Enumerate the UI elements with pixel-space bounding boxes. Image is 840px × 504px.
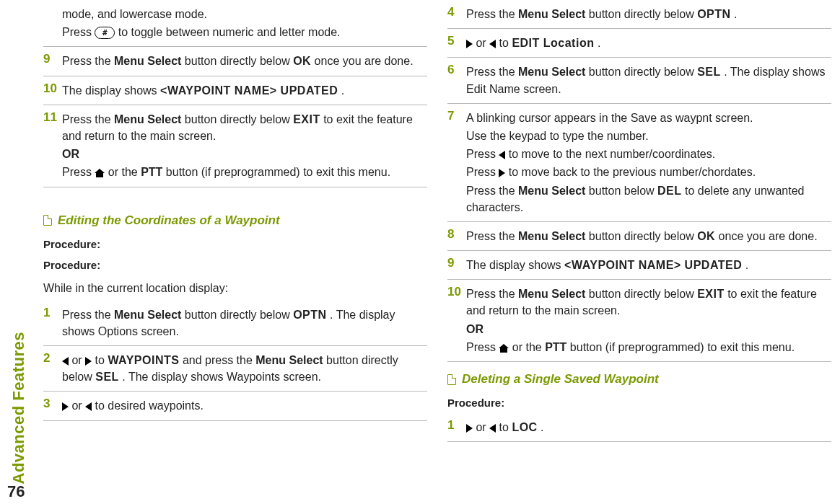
- heading-text: Deleting a Single Saved Waypoint: [462, 372, 659, 386]
- section-heading-edit-coords: Editing the Coordinates of a Waypoint: [43, 213, 427, 228]
- procedure-label: Procedure:: [43, 259, 427, 271]
- step-body: Press the Menu Select button directly be…: [466, 62, 831, 98]
- step-10: 10 The display shows <WAYPOINT NAME> UPD…: [43, 76, 427, 105]
- text-bold: Menu Select: [518, 8, 585, 20]
- text: .: [745, 259, 748, 271]
- home-icon: [499, 344, 509, 353]
- text: button below: [589, 185, 657, 197]
- step-num: 7: [447, 108, 466, 217]
- arrow-right-icon: [466, 40, 473, 48]
- text: to desired waypoints.: [95, 399, 204, 412]
- text: to move to the next number/coordinates.: [509, 148, 715, 160]
- home-icon: [95, 169, 105, 177]
- step-body: A blinking cursor appears in the Save as…: [466, 108, 831, 217]
- text: Press: [62, 166, 95, 178]
- text: button (if preprogrammed) to exit this m…: [570, 341, 795, 353]
- step-body: Press the Menu Select button directly be…: [62, 305, 427, 341]
- step-pre: mode, and lowercase mode. Press # to tog…: [43, 0, 427, 46]
- text: button (if preprogrammed) to exit this m…: [166, 166, 390, 178]
- step-num: 1: [43, 305, 62, 341]
- text-bold: Menu Select: [518, 288, 585, 300]
- step-num: 10: [43, 81, 62, 100]
- text: Press the: [62, 113, 114, 125]
- display-text: EXIT: [697, 288, 725, 300]
- step-num: 8: [447, 226, 466, 246]
- section-heading-delete-waypoint: Deleting a Single Saved Waypoint: [447, 372, 831, 386]
- text: and press the: [183, 354, 255, 366]
- text: .: [541, 421, 543, 433]
- arrow-right-icon: [499, 169, 505, 177]
- text: . The display shows Waypoints screen.: [122, 371, 321, 383]
- step-body: Press the Menu Select button directly be…: [62, 51, 427, 71]
- edit-step-4: 4 Press the Menu Select button directly …: [447, 0, 831, 28]
- text: or: [476, 37, 489, 49]
- text: The display shows: [62, 84, 160, 97]
- display-text: OPTN: [697, 8, 730, 20]
- procedure-label: Procedure:: [43, 238, 427, 250]
- edit-step-6: 6 Press the Menu Select button directly …: [447, 57, 831, 102]
- step-num: 9: [43, 51, 62, 71]
- step-num: 10: [447, 284, 466, 357]
- text: A blinking cursor appears in the Save as…: [466, 112, 753, 124]
- arrow-left-icon: [489, 40, 496, 48]
- text: button directly below: [185, 113, 293, 125]
- step-num: 9: [447, 255, 466, 275]
- step-num: 3: [43, 396, 62, 415]
- arrow-left-icon: [62, 357, 69, 366]
- step-num: 2: [43, 350, 62, 386]
- display-text: OPTN: [293, 309, 326, 321]
- arrow-left-icon: [85, 402, 92, 411]
- step-body: Press the Menu Select button directly be…: [466, 226, 831, 246]
- text: button directly below: [589, 288, 697, 300]
- text: Press: [466, 166, 499, 178]
- step-num: 5: [447, 33, 466, 53]
- text-bold: Menu Select: [114, 309, 181, 321]
- arrow-left-icon: [489, 424, 496, 433]
- text: The display shows: [466, 259, 564, 271]
- step-body: Press the Menu Select button directly be…: [62, 110, 427, 182]
- text: Press the: [466, 8, 518, 20]
- display-text: EDIT Location: [512, 37, 594, 49]
- text: Press: [466, 148, 499, 160]
- edit-step-3: 3 or to desired waypoints.: [43, 391, 427, 420]
- text: or: [71, 354, 85, 366]
- text: .: [598, 37, 600, 49]
- text: Press the: [466, 185, 518, 197]
- step-body: mode, and lowercase mode. Press # to tog…: [62, 4, 427, 42]
- text: or: [476, 421, 489, 433]
- text-bold: Menu Select: [518, 185, 585, 197]
- step-body: The display shows <WAYPOINT NAME> UPDATE…: [62, 81, 427, 100]
- text: .: [734, 8, 737, 20]
- step-num: 4: [447, 4, 466, 24]
- display-text: WAYPOINTS: [108, 354, 179, 366]
- text-bold: PTT: [545, 341, 566, 353]
- text: Press the: [466, 66, 518, 78]
- display-text: <WAYPOINT NAME> UPDATED: [160, 84, 338, 97]
- text: to toggle between numeric and letter mod…: [118, 26, 341, 38]
- page-number: 76: [7, 482, 25, 501]
- right-column: 4 Press the Menu Select button directly …: [447, 0, 831, 487]
- text: Press: [466, 341, 499, 353]
- step-11: 11 Press the Menu Select button directly…: [43, 105, 427, 187]
- display-text: OK: [697, 230, 715, 242]
- text: to: [499, 37, 512, 49]
- text: once you are done.: [315, 55, 414, 67]
- text-bold: Menu Select: [114, 113, 181, 125]
- hash-key-icon: #: [95, 27, 115, 39]
- step-body: or to EDIT Location .: [466, 33, 831, 53]
- text: Press: [62, 26, 95, 38]
- edit-step-5: 5 or to EDIT Location .: [447, 28, 831, 57]
- text: button directly below: [589, 8, 697, 20]
- text-bold: Menu Select: [518, 230, 585, 242]
- procedure-label: Procedure:: [447, 397, 831, 409]
- step-body: or to desired waypoints.: [62, 396, 427, 415]
- document-icon: [447, 374, 456, 385]
- step-body: The display shows <WAYPOINT NAME> UPDATE…: [466, 255, 831, 275]
- arrow-right-icon: [85, 357, 92, 366]
- display-text: SEL: [95, 371, 119, 383]
- display-text: LOC: [512, 421, 537, 433]
- arrow-right-icon: [466, 424, 473, 433]
- step-num: 11: [43, 110, 62, 182]
- text: Use the keypad to type the number.: [466, 130, 649, 142]
- text: to: [499, 421, 512, 433]
